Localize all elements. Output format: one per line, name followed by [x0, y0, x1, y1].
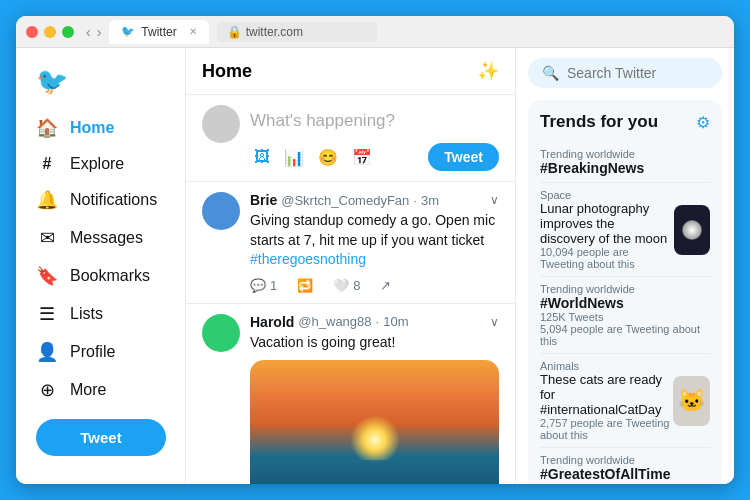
tweet-2-body: Harold @h_wang88 · 10m ∨ Vacation is goi… [250, 314, 499, 484]
tweet-1-link[interactable]: #theregoesnothing [250, 251, 366, 267]
trend-2-thumbnail [674, 205, 710, 255]
trend-3-sub: 125K Tweets [540, 311, 710, 323]
sidebar-label-lists: Lists [70, 305, 103, 323]
browser-nav: ‹ › [86, 24, 101, 40]
compose-area: What's happening? 🖼 📊 😊 📅 Tweet [186, 95, 515, 182]
trend-item-4[interactable]: Animals These cats are ready for #intern… [540, 354, 710, 448]
forward-button[interactable]: › [97, 24, 102, 40]
compose-box: What's happening? 🖼 📊 😊 📅 Tweet [250, 105, 499, 171]
bookmarks-icon: 🔖 [36, 265, 58, 287]
emoji-icon[interactable]: 😊 [314, 144, 342, 171]
trends-title: Trends for you [540, 112, 658, 132]
tweet-1-time: · [413, 193, 417, 208]
trend-item-5[interactable]: Trending worldwide #GreatestOfAllTime 10… [540, 448, 710, 484]
sidebar-item-more[interactable]: ⊕ More [16, 371, 185, 409]
right-sidebar: 🔍 Trends for you ⚙ Trending worldwide #B… [516, 48, 734, 484]
trend-4-category: Animals [540, 360, 673, 372]
chart-icon[interactable]: 📊 [280, 144, 308, 171]
sidebar-item-notifications[interactable]: 🔔 Notifications [16, 181, 185, 219]
tweet-2-header: Harold @h_wang88 · 10m ∨ Vacation is goi… [202, 314, 499, 484]
tab-close-button[interactable]: ✕ [189, 26, 197, 37]
trend-5-sub: 100K Tweets [540, 482, 710, 484]
home-icon: 🏠 [36, 117, 58, 139]
tweet-1-meta: Brie @Skrtch_ComedyFan · 3m ∨ [250, 192, 499, 208]
tweet-2: Harold @h_wang88 · 10m ∨ Vacation is goi… [186, 304, 515, 484]
tweet-2-timestamp: 10m [383, 314, 408, 329]
browser-content: 🐦 🏠 Home # Explore 🔔 Notifications ✉ Mes… [16, 48, 734, 484]
sun-glow [350, 415, 400, 465]
trend-2-with-image: Space Lunar photography improves the dis… [540, 189, 710, 270]
tweet-2-dot: · [376, 314, 380, 329]
trend-1-category: Trending worldwide [540, 148, 710, 160]
sidebar-label-messages: Messages [70, 229, 143, 247]
trend-4-tag: These cats are ready for #internationalC… [540, 372, 670, 417]
tweet-1-text: Giving standup comedy a go. Open mic sta… [250, 211, 499, 270]
tweet-2-handle: @h_wang88 [298, 314, 371, 329]
tweet-1-body: Brie @Skrtch_ComedyFan · 3m ∨ Giving sta… [250, 192, 499, 293]
tweet-2-text: Vacation is going great! [250, 333, 499, 353]
dot-green[interactable] [62, 26, 74, 38]
dot-yellow[interactable] [44, 26, 56, 38]
back-button[interactable]: ‹ [86, 24, 91, 40]
tab-favicon: 🐦 [121, 25, 135, 38]
sidebar-item-profile[interactable]: 👤 Profile [16, 333, 185, 371]
profile-icon: 👤 [36, 341, 58, 363]
tab-title: Twitter [141, 25, 176, 39]
tweet-1-timestamp: 3m [421, 193, 439, 208]
address-bar[interactable]: 🔒 twitter.com [217, 22, 377, 42]
feed-title: Home [202, 61, 252, 82]
trends-box: Trends for you ⚙ Trending worldwide #Bre… [528, 100, 722, 484]
trend-4-with-image: Animals These cats are ready for #intern… [540, 360, 710, 441]
twitter-logo[interactable]: 🐦 [16, 58, 88, 109]
tweet-2-avatar [202, 314, 240, 352]
sidebar-item-explore[interactable]: # Explore [16, 147, 185, 181]
search-box[interactable]: 🔍 [528, 58, 722, 88]
calendar-icon[interactable]: 📅 [348, 144, 376, 171]
image-icon[interactable]: 🖼 [250, 144, 274, 171]
search-input[interactable] [567, 65, 708, 81]
tweet-1-handle: @Skrtch_ComedyFan [281, 193, 409, 208]
trend-5-category: Trending worldwide [540, 454, 710, 466]
trend-item-2[interactable]: Space Lunar photography improves the dis… [540, 183, 710, 277]
reply-action-1[interactable]: 💬 1 [250, 278, 277, 293]
tweet-1-chevron[interactable]: ∨ [490, 193, 499, 207]
sidebar-label-bookmarks: Bookmarks [70, 267, 150, 285]
trend-2-category: Space [540, 189, 674, 201]
trend-4-text-block: Animals These cats are ready for #intern… [540, 360, 673, 441]
browser-tab[interactable]: 🐦 Twitter ✕ [109, 20, 208, 44]
feed-header: Home ✨ [186, 48, 515, 95]
tweet-2-chevron[interactable]: ∨ [490, 315, 499, 329]
trend-3-tag: #WorldNews [540, 295, 710, 311]
tweet-1-name: Brie [250, 192, 277, 208]
trend-item-1[interactable]: Trending worldwide #BreakingNews [540, 142, 710, 183]
share-action-1[interactable]: ↗ [380, 278, 391, 293]
gear-icon[interactable]: ⚙ [696, 113, 710, 132]
sidebar-item-messages[interactable]: ✉ Messages [16, 219, 185, 257]
browser-titlebar: ‹ › 🐦 Twitter ✕ 🔒 twitter.com [16, 16, 734, 48]
compose-placeholder[interactable]: What's happening? [250, 105, 499, 137]
search-icon: 🔍 [542, 65, 559, 81]
retweet-action-1[interactable]: 🔁 [297, 278, 313, 293]
sidebar-item-lists[interactable]: ☰ Lists [16, 295, 185, 333]
compose-actions: 🖼 📊 😊 📅 Tweet [250, 143, 499, 171]
lock-icon: 🔒 [227, 25, 242, 39]
sidebar-label-more: More [70, 381, 106, 399]
water-reflection [250, 460, 499, 484]
sparkle-icon[interactable]: ✨ [477, 60, 499, 82]
sidebar-item-bookmarks[interactable]: 🔖 Bookmarks [16, 257, 185, 295]
trends-header: Trends for you ⚙ [540, 112, 710, 132]
sidebar-item-home[interactable]: 🏠 Home [16, 109, 185, 147]
like-action-1[interactable]: 🤍 8 [333, 278, 360, 293]
messages-icon: ✉ [36, 227, 58, 249]
notification-icon: 🔔 [36, 189, 58, 211]
dot-red[interactable] [26, 26, 38, 38]
tweet-button[interactable]: Tweet [36, 419, 166, 456]
compose-tweet-button[interactable]: Tweet [428, 143, 499, 171]
trend-2-text-block: Space Lunar photography improves the dis… [540, 189, 674, 270]
trend-1-tag: #BreakingNews [540, 160, 710, 176]
trend-item-3[interactable]: Trending worldwide #WorldNews 125K Tweet… [540, 277, 710, 354]
trend-3-category: Trending worldwide [540, 283, 710, 295]
sidebar-label-home: Home [70, 119, 114, 137]
browser-window: ‹ › 🐦 Twitter ✕ 🔒 twitter.com 🐦 🏠 Home #… [16, 16, 734, 484]
trend-5-tag: #GreatestOfAllTime [540, 466, 710, 482]
